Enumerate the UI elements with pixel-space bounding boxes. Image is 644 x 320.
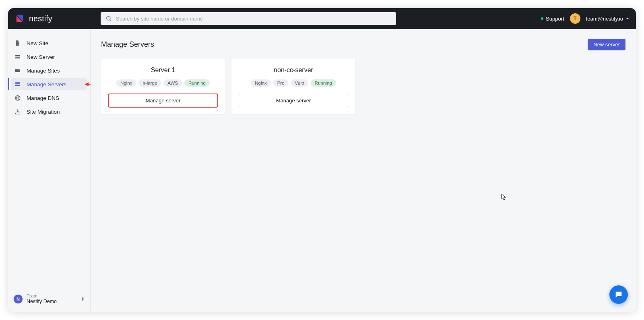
folder-icon <box>14 67 21 74</box>
sidebar-item-manage-sites[interactable]: Manage Sites <box>11 64 87 77</box>
caret-down-icon <box>625 17 630 21</box>
server-tag: Nginx <box>116 79 136 87</box>
search-icon <box>105 15 112 22</box>
brand-name: nestify <box>29 14 52 23</box>
server-name: non-cc-server <box>274 66 313 74</box>
server-card: Server 1 Nginx n-large AWS Running Manag… <box>101 58 225 114</box>
team-switcher[interactable]: N Team Nestify Demo ▲▼ <box>8 289 90 312</box>
sidebar-item-label: Site Migration <box>27 109 60 115</box>
server-tag: AWS <box>163 79 182 87</box>
header-bar: nestify Support T team@nestify.io <box>8 8 636 29</box>
support-label: Support <box>546 16 564 22</box>
team-avatar: N <box>14 295 23 303</box>
svg-point-1 <box>107 17 110 20</box>
user-menu[interactable]: team@nestify.io <box>586 16 630 22</box>
new-server-button[interactable]: New server <box>588 39 625 50</box>
svg-rect-4 <box>15 57 20 58</box>
server-tag: n-large <box>138 79 161 87</box>
server-tag: Vultr <box>291 79 308 87</box>
sidebar-item-label: New Site <box>27 40 48 46</box>
user-avatar[interactable]: T <box>570 13 580 24</box>
sidebar-item-label: Manage Servers <box>27 81 66 87</box>
server-tags: Nginx n-large AWS Running <box>116 79 210 87</box>
server-name: Server 1 <box>151 66 175 74</box>
chat-fab[interactable] <box>609 285 628 304</box>
sidebar-item-label: Manage DNS <box>27 95 59 101</box>
chat-icon <box>614 290 623 299</box>
app-frame: nestify Support T team@nestify.io <box>8 8 636 312</box>
server-tag: Pro <box>273 79 289 87</box>
status-dot-icon <box>541 17 543 20</box>
servers-icon <box>14 81 21 87</box>
server-tag: Nginx <box>251 79 270 87</box>
sidebar-item-manage-servers[interactable]: Manage Servers <box>11 78 87 90</box>
svg-rect-6 <box>15 85 20 86</box>
sidebar-item-manage-dns[interactable]: Manage DNS <box>11 92 87 104</box>
svg-rect-3 <box>15 55 20 56</box>
main-header: Manage Servers New server <box>101 39 625 50</box>
header-right: Support T team@nestify.io <box>541 13 630 24</box>
server-tags: Nginx Pro Vultr Running <box>251 79 336 87</box>
sidebar-item-label: New Server <box>27 54 55 60</box>
server-status-badge: Running <box>184 79 210 87</box>
nestify-logo-icon <box>14 13 25 24</box>
server-stack-icon <box>14 54 21 60</box>
sidebar-nav: New Site New Server Manage Sites <box>8 37 90 119</box>
team-info: Team Nestify Demo <box>27 293 57 305</box>
team-name: Nestify Demo <box>27 299 57 305</box>
manage-server-button[interactable]: Manage server <box>108 94 218 107</box>
support-link[interactable]: Support <box>541 16 564 22</box>
sidebar-item-site-migration[interactable]: Site Migration <box>11 106 87 118</box>
manage-server-button[interactable]: Manage server <box>239 94 348 107</box>
file-icon <box>14 40 21 46</box>
body: New Site New Server Manage Sites <box>8 29 636 312</box>
search-field[interactable] <box>101 12 396 25</box>
user-email-label: team@nestify.io <box>586 16 623 22</box>
cursor-icon <box>501 193 507 201</box>
server-card: non-cc-server Nginx Pro Vultr Running Ma… <box>231 58 355 114</box>
server-status-badge: Running <box>311 79 336 87</box>
sidebar-item-label: Manage Sites <box>27 68 60 74</box>
search-input[interactable] <box>116 16 391 22</box>
brand-logo[interactable]: nestify <box>14 13 91 24</box>
svg-rect-5 <box>15 82 20 83</box>
server-cards: Server 1 Nginx n-large AWS Running Manag… <box>101 58 625 114</box>
sidebar-item-new-server[interactable]: New Server <box>11 51 87 63</box>
sidebar: New Site New Server Manage Sites <box>8 29 91 312</box>
search-container <box>101 12 396 25</box>
svg-line-2 <box>110 20 111 21</box>
sidebar-item-new-site[interactable]: New Site <box>11 37 87 49</box>
migration-icon <box>14 108 21 115</box>
page-title: Manage Servers <box>101 40 154 49</box>
team-label: Team <box>27 293 57 299</box>
main-content: Manage Servers New server Server 1 Nginx… <box>91 29 636 312</box>
updown-icon: ▲▼ <box>81 297 85 301</box>
globe-icon <box>14 95 21 101</box>
